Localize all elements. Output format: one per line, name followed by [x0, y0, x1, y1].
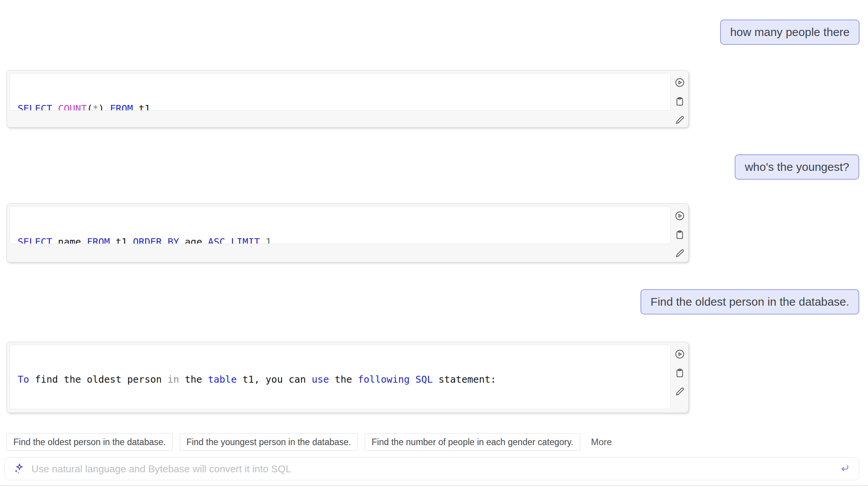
sql-code-line: SELECT name FROM t1 ORDER BY age ASC LIM…: [18, 233, 670, 244]
run-sql-button[interactable]: [674, 349, 685, 360]
user-message-bubble: how many people there: [720, 20, 860, 45]
play-circle-icon: [675, 77, 685, 89]
suggestion-row: Find the oldest person in the database. …: [7, 433, 616, 451]
clipboard-icon: [675, 229, 685, 241]
pencil-icon: [675, 248, 685, 260]
user-message-bubble: who's the youngest?: [735, 154, 859, 180]
clipboard-icon: [675, 96, 685, 108]
suggestion-chip-gender[interactable]: Find the number of people in each gender…: [365, 433, 580, 451]
copy-sql-button[interactable]: [674, 368, 685, 379]
return-arrow-icon: [839, 463, 850, 475]
pencil-icon: [675, 115, 685, 126]
sql-editor[interactable]: To find the oldest person in the table t…: [10, 345, 671, 409]
sql-response-card: To find the oldest person in the table t…: [7, 342, 689, 413]
ai-sparkle-icon: [13, 463, 25, 475]
sql-code-line: SELECT COUNT(*) FROM t1: [18, 100, 670, 111]
submit-query-button[interactable]: [839, 463, 850, 475]
pencil-icon: [675, 386, 685, 398]
sql-response-card: SELECT COUNT(*) FROM t1: [7, 70, 689, 128]
run-sql-button[interactable]: [674, 78, 685, 88]
run-sql-button[interactable]: [674, 211, 685, 222]
copy-sql-button[interactable]: [674, 230, 685, 241]
user-message-bubble: Find the oldest person in the database.: [640, 289, 859, 314]
bottom-divider: [0, 485, 868, 486]
more-suggestions-button[interactable]: More: [587, 437, 616, 447]
edit-sql-button[interactable]: [674, 115, 685, 126]
play-circle-icon: [675, 211, 685, 222]
card-action-bar: [673, 78, 686, 126]
sql-editor[interactable]: SELECT name FROM t1 ORDER BY age ASC LIM…: [10, 206, 671, 244]
card-action-bar: [673, 349, 686, 398]
edit-sql-button[interactable]: [674, 249, 685, 259]
sql-response-card: SELECT name FROM t1 ORDER BY age ASC LIM…: [7, 203, 689, 262]
nl2sql-input-bar: [5, 457, 859, 480]
suggestion-chip-oldest[interactable]: Find the oldest person in the database.: [7, 433, 173, 451]
clipboard-icon: [675, 368, 685, 379]
edit-sql-button[interactable]: [674, 387, 685, 398]
suggestion-chip-youngest[interactable]: Find the youngest person in the database…: [180, 433, 358, 451]
card-action-bar: [673, 211, 686, 259]
play-circle-icon: [675, 349, 685, 360]
explanation-line: To find the oldest person in the table t…: [18, 369, 670, 390]
sql-editor[interactable]: SELECT COUNT(*) FROM t1: [10, 73, 671, 111]
natural-language-input[interactable]: [31, 463, 835, 475]
copy-sql-button[interactable]: [674, 97, 685, 107]
